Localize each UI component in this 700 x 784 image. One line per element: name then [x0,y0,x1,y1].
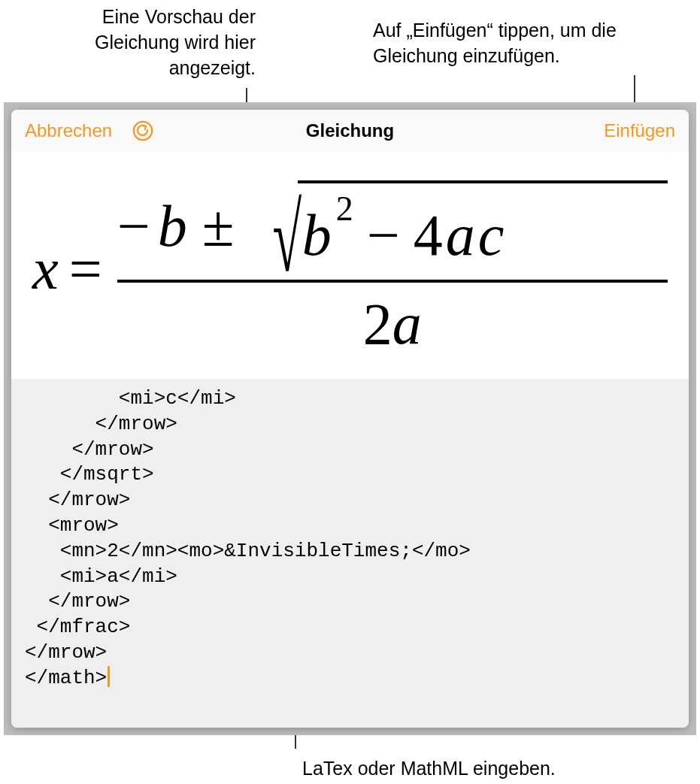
eq-sqrt: √ b 2 − 4 a c [249,180,668,272]
undo-button[interactable] [129,117,157,145]
svg-point-0 [134,122,152,140]
eq-x: x [32,235,59,303]
eq-sqrt-content: b 2 − 4 a c [298,180,668,272]
eq-sqrt-b: b [302,201,332,269]
callout-preview: Eine Vorschau der Gleichung wird hier an… [23,5,256,80]
code-text: <mi>c</mi> </mrow> </mrow> </msqrt> </mr… [25,387,471,689]
eq-numerator: − b ± √ b 2 − 4 a c [117,180,668,272]
equation-render: x = − b ± √ b 2 − 4 [32,180,668,358]
callout-preview-text: Eine Vorschau der Gleichung wird hier an… [95,6,256,78]
eq-equals: = [59,235,113,303]
eq-sqrt-4: 4 [414,201,443,269]
text-cursor [108,666,110,687]
dialog-backdrop: Abbrechen Gleichung Einfügen x = [4,102,696,735]
eq-sqrt-a: a [446,201,475,269]
toolbar: Abbrechen Gleichung Einfügen [11,110,689,152]
callout-insert-text: Auf „Einfügen“ tippen, um die Gleichung … [373,20,617,66]
callout-insert: Auf „Einfügen“ tippen, um die Gleichung … [373,18,696,69]
eq-denominator: 2 a [363,290,422,358]
cancel-button[interactable]: Abbrechen [22,117,115,144]
equation-dialog: Abbrechen Gleichung Einfügen x = [11,110,689,728]
insert-button[interactable]: Einfügen [601,117,678,144]
eq-minus: − [117,192,153,260]
equation-preview: x = − b ± √ b 2 − 4 [11,152,689,379]
sqrt-icon: √ [273,200,302,277]
eq-pm: ± [192,192,245,260]
eq-den-2: 2 [363,290,392,358]
code-input[interactable]: <mi>c</mi> </mrow> </mrow> </msqrt> </mr… [11,379,689,728]
dialog-title: Gleichung [306,120,394,141]
eq-sqrt-exp: 2 [336,189,353,229]
eq-frac-line [117,280,668,283]
callout-input-text: LaTex oder MathML eingeben. [302,758,556,779]
undo-icon [132,120,154,142]
callout-input: LaTex oder MathML eingeben. [302,756,678,782]
eq-sqrt-minus: − [356,201,411,269]
eq-b: b [158,192,187,260]
eq-den-a: a [392,290,422,358]
eq-fraction: − b ± √ b 2 − 4 a c [117,180,668,358]
eq-sqrt-c: c [478,201,505,269]
